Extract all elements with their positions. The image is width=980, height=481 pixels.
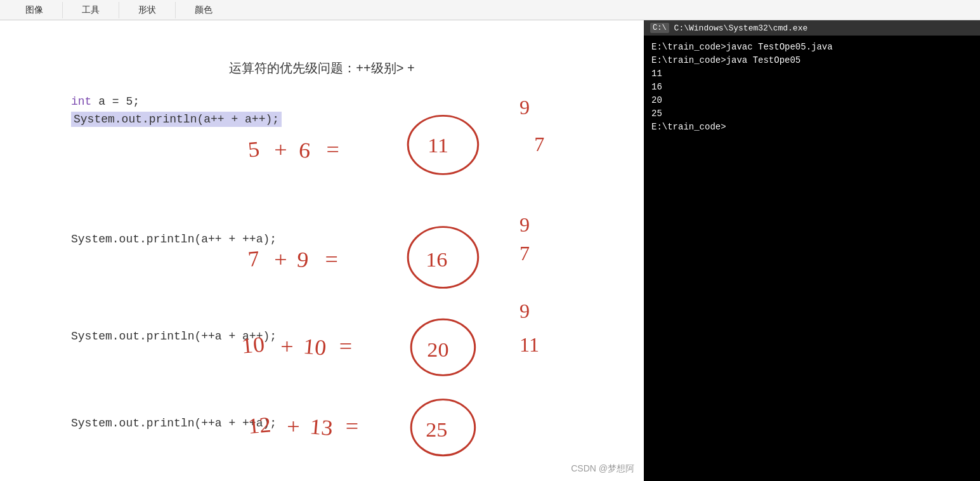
terminal-line-3: E:\train_code>java TestOpe05 [651,54,972,67]
terminal-line-7: 25 [651,107,972,121]
svg-point-4 [408,115,478,174]
svg-point-20 [411,319,474,375]
menu-shape[interactable]: 形状 [119,2,176,18]
terminal-line-9: E:\train_code> [651,121,972,134]
code-block-3: System.out.println(++a + a++); [71,330,277,343]
terminal-title-bar: C:\ C:\Windows\System32\cmd.exe [644,20,980,36]
svg-text:+: + [280,334,293,359]
menu-tools[interactable]: 工具 [63,2,119,18]
menu-image[interactable]: 图像 [6,2,63,18]
svg-text:9: 9 [519,301,530,322]
code-block-4: System.out.println(++a + ++a); [71,417,277,430]
svg-text:7: 7 [534,134,544,155]
terminal-line-1: E:\train_code>javac TestOpe05.java [651,41,972,54]
terminal-line-5: 16 [651,81,972,94]
svg-text:9: 9 [296,247,310,272]
svg-point-12 [408,227,478,288]
svg-text:11: 11 [519,334,539,356]
code-block-2: System.out.println(a++ + ++a); [71,233,277,246]
terminal-body: E:\train_code>javac TestOpe05.java E:\tr… [644,36,980,481]
terminal-line-6: 20 [651,94,972,107]
svg-point-28 [411,400,474,456]
svg-text:7: 7 [247,246,261,271]
svg-text:10: 10 [303,334,328,360]
svg-text:11: 11 [428,134,448,157]
menu-color[interactable]: 颜色 [176,2,232,18]
svg-text:+: + [274,138,287,162]
svg-text:16: 16 [426,248,447,271]
svg-text:+: + [274,247,287,272]
svg-text:7: 7 [519,243,530,265]
svg-text:=: = [346,414,358,438]
svg-text:25: 25 [426,418,447,441]
code-block-1: int a = 5; System.out.println(a++ + a++)… [71,95,282,127]
svg-text:20: 20 [427,338,448,360]
svg-text:=: = [339,334,352,359]
terminal-icon-box: C:\ [650,23,669,33]
svg-text:13: 13 [309,414,334,440]
svg-text:=: = [325,247,338,272]
svg-text:9: 9 [519,214,530,236]
terminal-panel: C:\ C:\Windows\System32\cmd.exe E:\train… [644,20,980,481]
annotations-svg: 5 + 6 = 11 9 7 7 + 9 = 16 9 7 [0,20,644,481]
svg-text:5: 5 [247,137,261,162]
svg-text:=: = [327,138,339,162]
terminal-line-4: 11 [651,67,972,81]
menu-bar: 图像 工具 形状 颜色 [0,0,980,20]
page-title: 运算符的优先级问题：++级别> + [229,60,414,77]
main-content: 运算符的优先级问题：++级别> + int a = 5; System.out.… [0,20,980,481]
svg-text:9: 9 [519,97,530,119]
highlighted-code-line1: System.out.println(a++ + a++); [71,112,282,127]
svg-text:+: + [287,414,299,438]
keyword-int: int [71,95,91,108]
terminal-title: C:\Windows\System32\cmd.exe [674,23,808,33]
svg-text:6: 6 [298,138,312,162]
watermark: CSDN @梦想阿 [571,463,634,475]
canvas-area[interactable]: 运算符的优先级问题：++级别> + int a = 5; System.out.… [0,20,644,481]
